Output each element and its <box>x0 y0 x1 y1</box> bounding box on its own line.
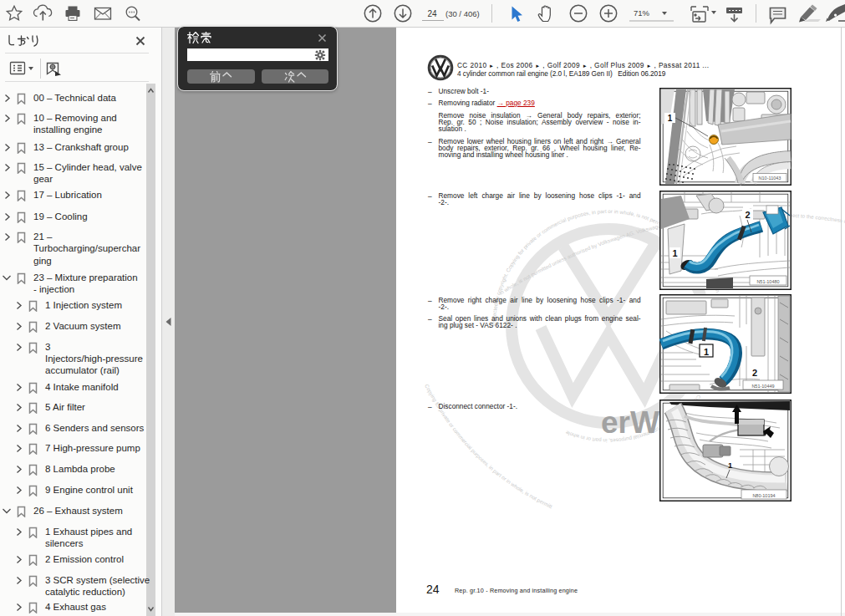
svg-text:24: 24 <box>427 9 437 18</box>
svg-text:N51-10449: N51-10449 <box>751 384 774 389</box>
svg-text:2: 2 <box>752 368 757 378</box>
svg-text:N80-10194: N80-10194 <box>752 493 775 498</box>
svg-text:erW: erW <box>601 405 659 440</box>
svg-text:1: 1 <box>728 461 733 470</box>
svg-text:1: 1 <box>668 114 673 123</box>
svg-text:1: 1 <box>672 248 677 258</box>
svg-text:71%: 71% <box>634 8 650 18</box>
svg-text:N10-11043: N10-11043 <box>759 176 781 181</box>
svg-text:N51-10480: N51-10480 <box>756 279 779 284</box>
svg-text:1: 1 <box>704 347 709 357</box>
svg-text:2: 2 <box>745 210 750 220</box>
svg-text:(30 / 406): (30 / 406) <box>445 9 480 18</box>
